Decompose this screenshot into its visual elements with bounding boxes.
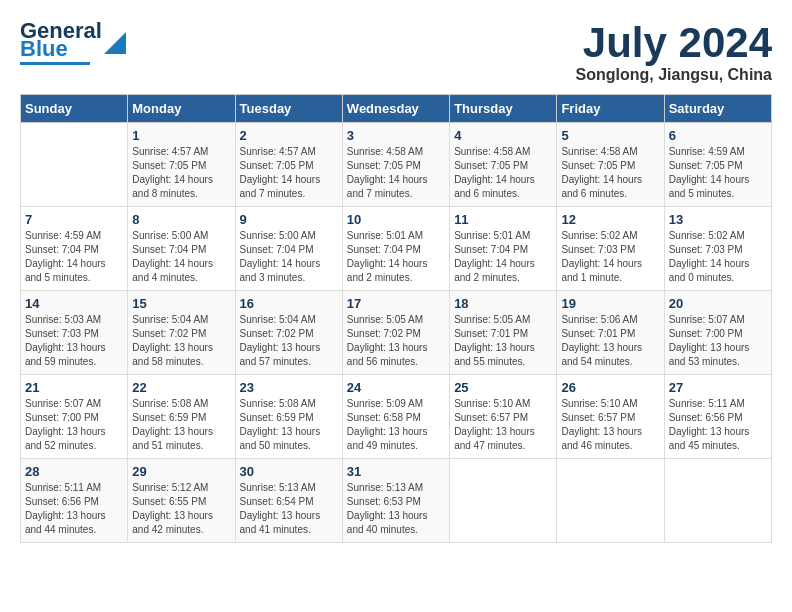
day-number: 19	[561, 296, 659, 311]
calendar-cell: 5Sunrise: 4:58 AM Sunset: 7:05 PM Daylig…	[557, 123, 664, 207]
day-info: Sunrise: 5:11 AM Sunset: 6:56 PM Dayligh…	[669, 397, 767, 453]
calendar-cell: 9Sunrise: 5:00 AM Sunset: 7:04 PM Daylig…	[235, 207, 342, 291]
calendar-cell: 18Sunrise: 5:05 AM Sunset: 7:01 PM Dayli…	[450, 291, 557, 375]
day-info: Sunrise: 5:05 AM Sunset: 7:01 PM Dayligh…	[454, 313, 552, 369]
calendar-cell	[450, 459, 557, 543]
calendar-cell: 17Sunrise: 5:05 AM Sunset: 7:02 PM Dayli…	[342, 291, 449, 375]
page-header: GeneralBlue July 2024 Songlong, Jiangsu,…	[20, 20, 772, 84]
day-info: Sunrise: 4:59 AM Sunset: 7:05 PM Dayligh…	[669, 145, 767, 201]
header-monday: Monday	[128, 95, 235, 123]
day-number: 7	[25, 212, 123, 227]
calendar-table: SundayMondayTuesdayWednesdayThursdayFrid…	[20, 94, 772, 543]
day-info: Sunrise: 5:12 AM Sunset: 6:55 PM Dayligh…	[132, 481, 230, 537]
day-number: 22	[132, 380, 230, 395]
day-number: 4	[454, 128, 552, 143]
calendar-cell: 22Sunrise: 5:08 AM Sunset: 6:59 PM Dayli…	[128, 375, 235, 459]
calendar-cell: 15Sunrise: 5:04 AM Sunset: 7:02 PM Dayli…	[128, 291, 235, 375]
day-info: Sunrise: 5:01 AM Sunset: 7:04 PM Dayligh…	[347, 229, 445, 285]
day-info: Sunrise: 4:59 AM Sunset: 7:04 PM Dayligh…	[25, 229, 123, 285]
logo-icon	[104, 32, 126, 54]
day-number: 23	[240, 380, 338, 395]
calendar-cell: 30Sunrise: 5:13 AM Sunset: 6:54 PM Dayli…	[235, 459, 342, 543]
calendar-week-row: 21Sunrise: 5:07 AM Sunset: 7:00 PM Dayli…	[21, 375, 772, 459]
day-info: Sunrise: 4:57 AM Sunset: 7:05 PM Dayligh…	[132, 145, 230, 201]
calendar-cell: 23Sunrise: 5:08 AM Sunset: 6:59 PM Dayli…	[235, 375, 342, 459]
calendar-cell: 4Sunrise: 4:58 AM Sunset: 7:05 PM Daylig…	[450, 123, 557, 207]
calendar-cell: 2Sunrise: 4:57 AM Sunset: 7:05 PM Daylig…	[235, 123, 342, 207]
day-info: Sunrise: 5:13 AM Sunset: 6:54 PM Dayligh…	[240, 481, 338, 537]
calendar-cell: 20Sunrise: 5:07 AM Sunset: 7:00 PM Dayli…	[664, 291, 771, 375]
day-number: 6	[669, 128, 767, 143]
day-info: Sunrise: 5:07 AM Sunset: 7:00 PM Dayligh…	[25, 397, 123, 453]
day-number: 5	[561, 128, 659, 143]
day-number: 11	[454, 212, 552, 227]
calendar-cell	[557, 459, 664, 543]
day-number: 21	[25, 380, 123, 395]
title-area: July 2024 Songlong, Jiangsu, China	[576, 20, 772, 84]
day-info: Sunrise: 5:11 AM Sunset: 6:56 PM Dayligh…	[25, 481, 123, 537]
day-number: 25	[454, 380, 552, 395]
day-info: Sunrise: 5:08 AM Sunset: 6:59 PM Dayligh…	[240, 397, 338, 453]
day-info: Sunrise: 5:00 AM Sunset: 7:04 PM Dayligh…	[240, 229, 338, 285]
day-number: 18	[454, 296, 552, 311]
month-year-title: July 2024	[576, 20, 772, 66]
calendar-week-row: 7Sunrise: 4:59 AM Sunset: 7:04 PM Daylig…	[21, 207, 772, 291]
calendar-cell: 8Sunrise: 5:00 AM Sunset: 7:04 PM Daylig…	[128, 207, 235, 291]
calendar-cell: 12Sunrise: 5:02 AM Sunset: 7:03 PM Dayli…	[557, 207, 664, 291]
calendar-cell: 11Sunrise: 5:01 AM Sunset: 7:04 PM Dayli…	[450, 207, 557, 291]
day-number: 26	[561, 380, 659, 395]
day-info: Sunrise: 5:03 AM Sunset: 7:03 PM Dayligh…	[25, 313, 123, 369]
calendar-cell: 24Sunrise: 5:09 AM Sunset: 6:58 PM Dayli…	[342, 375, 449, 459]
day-info: Sunrise: 5:04 AM Sunset: 7:02 PM Dayligh…	[132, 313, 230, 369]
day-number: 12	[561, 212, 659, 227]
day-number: 9	[240, 212, 338, 227]
calendar-cell: 28Sunrise: 5:11 AM Sunset: 6:56 PM Dayli…	[21, 459, 128, 543]
day-number: 31	[347, 464, 445, 479]
day-number: 10	[347, 212, 445, 227]
day-info: Sunrise: 5:10 AM Sunset: 6:57 PM Dayligh…	[561, 397, 659, 453]
calendar-cell: 1Sunrise: 4:57 AM Sunset: 7:05 PM Daylig…	[128, 123, 235, 207]
calendar-cell: 21Sunrise: 5:07 AM Sunset: 7:00 PM Dayli…	[21, 375, 128, 459]
day-number: 13	[669, 212, 767, 227]
calendar-cell: 7Sunrise: 4:59 AM Sunset: 7:04 PM Daylig…	[21, 207, 128, 291]
calendar-cell: 27Sunrise: 5:11 AM Sunset: 6:56 PM Dayli…	[664, 375, 771, 459]
day-number: 1	[132, 128, 230, 143]
svg-marker-0	[104, 32, 126, 54]
calendar-cell: 19Sunrise: 5:06 AM Sunset: 7:01 PM Dayli…	[557, 291, 664, 375]
day-info: Sunrise: 5:01 AM Sunset: 7:04 PM Dayligh…	[454, 229, 552, 285]
calendar-cell: 29Sunrise: 5:12 AM Sunset: 6:55 PM Dayli…	[128, 459, 235, 543]
day-number: 24	[347, 380, 445, 395]
calendar-cell: 16Sunrise: 5:04 AM Sunset: 7:02 PM Dayli…	[235, 291, 342, 375]
day-info: Sunrise: 5:08 AM Sunset: 6:59 PM Dayligh…	[132, 397, 230, 453]
day-info: Sunrise: 5:05 AM Sunset: 7:02 PM Dayligh…	[347, 313, 445, 369]
calendar-week-row: 1Sunrise: 4:57 AM Sunset: 7:05 PM Daylig…	[21, 123, 772, 207]
day-number: 30	[240, 464, 338, 479]
day-info: Sunrise: 4:57 AM Sunset: 7:05 PM Dayligh…	[240, 145, 338, 201]
day-info: Sunrise: 5:13 AM Sunset: 6:53 PM Dayligh…	[347, 481, 445, 537]
calendar-cell	[21, 123, 128, 207]
calendar-cell: 31Sunrise: 5:13 AM Sunset: 6:53 PM Dayli…	[342, 459, 449, 543]
calendar-header-row: SundayMondayTuesdayWednesdayThursdayFrid…	[21, 95, 772, 123]
day-info: Sunrise: 5:07 AM Sunset: 7:00 PM Dayligh…	[669, 313, 767, 369]
day-info: Sunrise: 5:00 AM Sunset: 7:04 PM Dayligh…	[132, 229, 230, 285]
day-info: Sunrise: 4:58 AM Sunset: 7:05 PM Dayligh…	[561, 145, 659, 201]
day-info: Sunrise: 5:02 AM Sunset: 7:03 PM Dayligh…	[561, 229, 659, 285]
day-number: 28	[25, 464, 123, 479]
day-number: 2	[240, 128, 338, 143]
day-info: Sunrise: 5:10 AM Sunset: 6:57 PM Dayligh…	[454, 397, 552, 453]
calendar-cell: 10Sunrise: 5:01 AM Sunset: 7:04 PM Dayli…	[342, 207, 449, 291]
header-friday: Friday	[557, 95, 664, 123]
calendar-cell: 6Sunrise: 4:59 AM Sunset: 7:05 PM Daylig…	[664, 123, 771, 207]
calendar-cell: 3Sunrise: 4:58 AM Sunset: 7:05 PM Daylig…	[342, 123, 449, 207]
day-number: 15	[132, 296, 230, 311]
day-number: 14	[25, 296, 123, 311]
calendar-cell: 13Sunrise: 5:02 AM Sunset: 7:03 PM Dayli…	[664, 207, 771, 291]
day-number: 16	[240, 296, 338, 311]
day-number: 17	[347, 296, 445, 311]
day-info: Sunrise: 5:04 AM Sunset: 7:02 PM Dayligh…	[240, 313, 338, 369]
day-number: 8	[132, 212, 230, 227]
calendar-week-row: 28Sunrise: 5:11 AM Sunset: 6:56 PM Dayli…	[21, 459, 772, 543]
location-subtitle: Songlong, Jiangsu, China	[576, 66, 772, 84]
day-info: Sunrise: 5:02 AM Sunset: 7:03 PM Dayligh…	[669, 229, 767, 285]
day-number: 29	[132, 464, 230, 479]
